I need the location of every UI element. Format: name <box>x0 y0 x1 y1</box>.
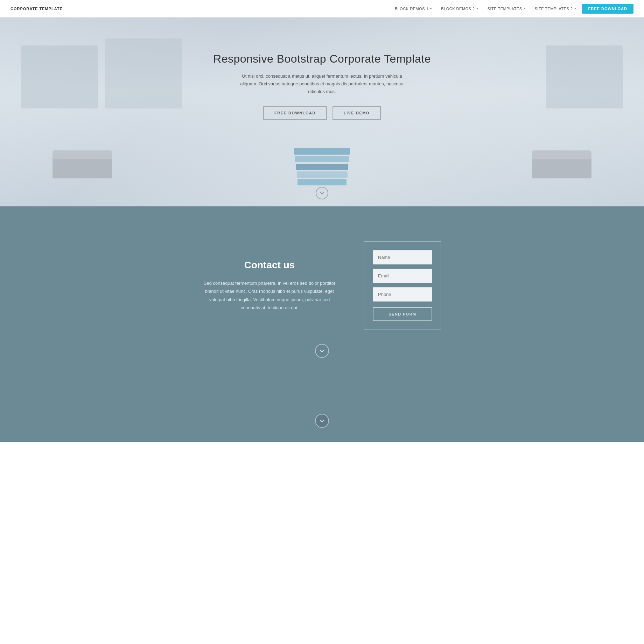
navbar: CORPORATE TEMPLATE BLOCK DEMOS 1 BLOCK D… <box>0 0 644 17</box>
sofa-right-decoration <box>532 157 592 178</box>
nav-link-site-templates-2[interactable]: SITE TEMPLATES 2 <box>531 5 580 13</box>
contact-left-column: Contact us Sed consequat fermentum phare… <box>203 260 336 312</box>
contact-phone-input[interactable] <box>373 287 432 302</box>
caret-icon <box>574 8 576 9</box>
caret-icon <box>430 8 432 9</box>
nav-links: BLOCK DEMOS 1 BLOCK DEMOS 2 SITE TEMPLAT… <box>391 4 634 14</box>
book-1 <box>294 148 350 155</box>
nav-free-download-button[interactable]: FREE DOWNLOAD <box>582 4 634 14</box>
contact-scroll-arrow[interactable] <box>315 344 329 358</box>
hero-buttons: FREE DOWNLOAD LIVE DEMO <box>213 106 431 120</box>
contact-section: Contact us Sed consequat fermentum phare… <box>0 206 644 372</box>
contact-email-input[interactable] <box>373 269 432 283</box>
book-2 <box>295 156 349 162</box>
book-4 <box>297 171 348 178</box>
chevron-down-icon <box>319 348 325 354</box>
book-5 <box>298 179 346 185</box>
nav-link-block-demos-2[interactable]: BLOCK DEMOS 2 <box>438 5 482 13</box>
caret-icon <box>476 8 478 9</box>
hero-free-download-button[interactable]: FREE DOWNLOAD <box>263 106 327 120</box>
hero-description: Ut nisi orci, consequat a metus ut, aliq… <box>234 72 410 95</box>
contact-send-button[interactable]: SEND FORM <box>373 307 432 321</box>
contact-title: Contact us <box>203 260 336 271</box>
hero-scroll-arrow[interactable] <box>316 187 328 199</box>
hero-shelf-right <box>546 45 623 108</box>
hero-live-demo-button[interactable]: LIVE DEMO <box>332 106 381 120</box>
book-stack <box>287 143 357 185</box>
hero-section: Responsive Bootstrap Corporate Template … <box>0 17 644 206</box>
caret-icon <box>524 8 526 9</box>
bottom-section <box>0 372 644 442</box>
book-3 <box>296 164 348 170</box>
sofa-left-decoration <box>52 157 112 178</box>
contact-form: SEND FORM <box>364 241 441 330</box>
hero-title: Responsive Bootstrap Corporate Template <box>213 52 431 65</box>
nav-link-site-templates[interactable]: SITE TEMPLATES <box>484 5 529 13</box>
hero-books-decoration <box>287 143 357 185</box>
contact-name-input[interactable] <box>373 250 432 264</box>
hero-shelf-left <box>21 45 98 108</box>
chevron-down-icon <box>319 418 325 424</box>
bottom-scroll-arrow[interactable] <box>315 414 329 428</box>
hero-shelf-mid <box>105 38 182 108</box>
chevron-down-icon <box>320 191 324 196</box>
nav-link-block-demos-1[interactable]: BLOCK DEMOS 1 <box>391 5 435 13</box>
hero-content: Responsive Bootstrap Corporate Template … <box>206 52 438 120</box>
contact-description: Sed consequat fermentum pharetra. In vel… <box>203 279 336 312</box>
nav-brand: CORPORATE TEMPLATE <box>10 7 63 11</box>
